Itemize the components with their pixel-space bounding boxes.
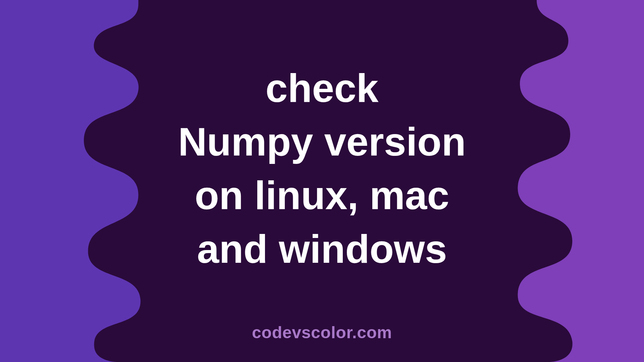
title-line-3: on linux, mac [178, 169, 466, 222]
title-line-2: Numpy version [178, 115, 466, 168]
banner-stage: check Numpy version on linux, mac and wi… [0, 0, 644, 362]
title-line-1: check [178, 61, 466, 115]
title-container: check Numpy version on linux, mac and wi… [0, 0, 644, 362]
watermark-text: codevscolor.com [0, 323, 644, 342]
title-line-4: and windows [178, 222, 466, 276]
banner-title: check Numpy version on linux, mac and wi… [178, 61, 466, 276]
